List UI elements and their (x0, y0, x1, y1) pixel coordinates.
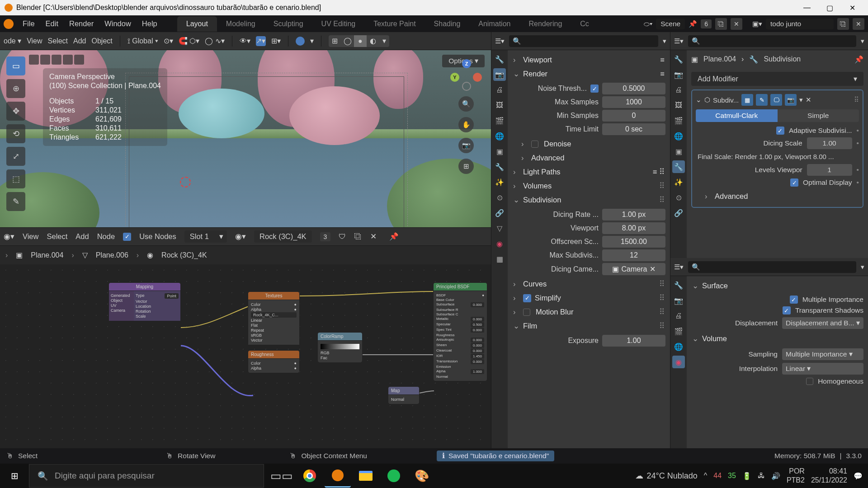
noise-threshold-checkbox[interactable]: ✓ (590, 84, 599, 93)
tab-render[interactable]: 📷 (672, 294, 685, 307)
menu-help[interactable]: Help (137, 18, 162, 30)
menu-select[interactable]: Select (48, 37, 68, 45)
tab-world[interactable]: 🌐 (672, 130, 685, 142)
viewport-dice-input[interactable]: 8.00 px (602, 222, 665, 234)
workspace-more[interactable]: Cc (571, 16, 598, 32)
filter-button[interactable]: ▾ (663, 37, 666, 45)
tab-scene[interactable]: 🎬 (672, 114, 685, 127)
select-mode-icon[interactable] (40, 55, 50, 65)
transform-tool[interactable]: ⬚ (6, 169, 25, 188)
close-button[interactable]: ✕ (841, 0, 863, 15)
displacement-select[interactable]: Displacement and B... ▾ (782, 317, 863, 329)
properties-search-c[interactable]: 🔍 (688, 261, 856, 273)
xray-toggle[interactable] (296, 37, 305, 46)
breadcrumb-modifier[interactable]: Subdivision (764, 55, 801, 63)
offscreen-input[interactable]: 1500.00 (602, 236, 665, 248)
tab-physics[interactable]: ⊙ (493, 191, 506, 204)
fake-user-toggle[interactable]: 🛡 (339, 232, 346, 241)
menu-view[interactable]: View (27, 37, 42, 45)
tray-clock[interactable]: 08:41 25/11/2022 (811, 467, 847, 485)
tray-chevron-icon[interactable]: ^ (704, 472, 708, 480)
options-button[interactable]: ▾ (861, 263, 864, 271)
snap-toggle[interactable]: 🧲 ⬡▾ (179, 37, 199, 45)
start-button[interactable]: ⊞ (0, 464, 29, 488)
new-material-button[interactable]: ⿻ (354, 232, 362, 241)
weather-widget[interactable]: ☁ 24°C Nublado (635, 471, 698, 481)
shading-dropdown[interactable]: ▾ (310, 37, 314, 45)
collapse-icon[interactable]: ⌄ (696, 96, 702, 104)
noise-threshold-input[interactable]: 0.5000 (602, 83, 665, 94)
tab-object[interactable]: ▣ (493, 145, 506, 158)
select-mode-icon[interactable] (52, 55, 61, 65)
tab-render[interactable]: 📷 (672, 68, 685, 81)
adaptive-checkbox[interactable]: ✓ (776, 127, 784, 135)
tab-modifiers[interactable]: 🔧 (672, 160, 685, 173)
optimal-display-checkbox[interactable]: ✓ (790, 178, 798, 187)
tab-scene[interactable]: 🎬 (672, 325, 685, 338)
tab-modifiers[interactable]: 🔧 (493, 160, 506, 173)
tab-material[interactable]: ◉ (493, 237, 506, 250)
delete-layer-button[interactable]: ✕ (853, 18, 864, 30)
new-scene-button[interactable]: ⿻ (715, 18, 727, 30)
node-frame-mapping[interactable]: Mapping Generated Object UV Camera TypeP… (108, 282, 181, 321)
editor-type-icon[interactable]: ◉▾ (4, 232, 14, 241)
select-mode-icon[interactable] (63, 55, 73, 65)
material-name[interactable]: Rock (3C)_4K (254, 230, 312, 243)
max-subdiv-input[interactable]: 12 (602, 249, 665, 261)
dicing-scale-input[interactable]: 1.00 (807, 137, 852, 149)
workspace-layout[interactable]: Layout (177, 16, 217, 32)
pin-scene-icon[interactable]: 📌 (689, 20, 697, 28)
tab-output[interactable]: 🖨 (493, 84, 506, 96)
tab-texture[interactable]: ▦ (493, 253, 506, 265)
breadcrumb-object[interactable]: Plane.004 (31, 251, 63, 259)
tab-world[interactable]: 🌐 (672, 340, 685, 353)
editor-type-icon[interactable]: ☰▾ (674, 263, 684, 271)
catmull-clark-tab[interactable]: Catmull-Clark (696, 109, 778, 122)
tray-notifications-icon[interactable]: 💬 (854, 472, 863, 480)
section-simplify[interactable]: ›✓Simplify⠿ (512, 291, 665, 305)
task-view-button[interactable]: ▭▭ (269, 464, 295, 488)
menu-add[interactable]: Add (73, 37, 86, 45)
interpolation-select[interactable]: Linear ▾ (782, 363, 863, 375)
tab-constraints[interactable]: 🔗 (672, 206, 685, 219)
tab-output[interactable]: 🖨 (672, 84, 685, 96)
tab-render[interactable]: 📷 (493, 68, 506, 81)
pivot-selector[interactable]: ⊙▾ (164, 37, 173, 45)
breadcrumb-mesh[interactable]: Plane.006 (96, 251, 128, 259)
workspace-texture-paint[interactable]: Texture Paint (364, 16, 425, 32)
tab-tool[interactable]: 🔧 (493, 53, 506, 66)
viewport-toggle[interactable]: 🖵 (770, 94, 782, 106)
workspace-animation[interactable]: Animation (469, 16, 519, 32)
rotate-tool[interactable]: ⟲ (6, 124, 25, 143)
tab-constraints[interactable]: 🔗 (493, 206, 506, 219)
tab-world[interactable]: 🌐 (493, 130, 506, 142)
section-subdivision[interactable]: ⌄Subdivision⠿ (512, 193, 665, 207)
render-toggle[interactable]: 📷 (785, 94, 797, 106)
camera-gizmo[interactable]: 📷 (458, 138, 474, 153)
workspace-shading[interactable]: Shading (425, 16, 470, 32)
delete-scene-button[interactable]: ✕ (731, 18, 742, 30)
wireframe-shading[interactable]: ⊞ (329, 35, 341, 47)
shading-options[interactable]: ▾ (379, 35, 389, 47)
node-menu-add[interactable]: Add (75, 232, 89, 241)
section-denoise[interactable]: ›Denoise (512, 137, 665, 151)
node-menu-node[interactable]: Node (97, 232, 115, 241)
simplify-checkbox[interactable]: ✓ (523, 294, 531, 302)
motion-blur-checkbox[interactable] (523, 309, 530, 316)
modifier-advanced[interactable]: ›Advanced (696, 189, 859, 203)
tray-volume-icon[interactable]: 🔊 (771, 472, 780, 480)
tab-tool[interactable]: 🔧 (672, 53, 685, 66)
node-principled-bsdf[interactable]: Principled BSDF BSDF● Base Color Subsurf… (433, 282, 487, 381)
node-frame-textures[interactable]: Textures Color● Alpha● Rock_4K_C... Line… (248, 291, 300, 345)
tab-material[interactable]: ◉ (672, 356, 685, 368)
breadcrumb-material[interactable]: Rock (3C)_4K (161, 251, 207, 259)
workspace-uv-editing[interactable]: UV Editing (312, 16, 365, 32)
blender-logo-icon[interactable] (4, 19, 14, 29)
taskbar-explorer[interactable] (353, 464, 379, 488)
perspective-gizmo[interactable]: ⊞ (458, 159, 474, 174)
section-volumes[interactable]: ›Volumes⠿ (512, 179, 665, 193)
add-modifier-button[interactable]: Add Modifier▾ (691, 72, 863, 86)
homogeneous-checkbox[interactable] (806, 378, 813, 385)
levels-viewport-input[interactable]: 1 (807, 164, 852, 176)
section-advanced[interactable]: ›Advanced (512, 151, 665, 165)
